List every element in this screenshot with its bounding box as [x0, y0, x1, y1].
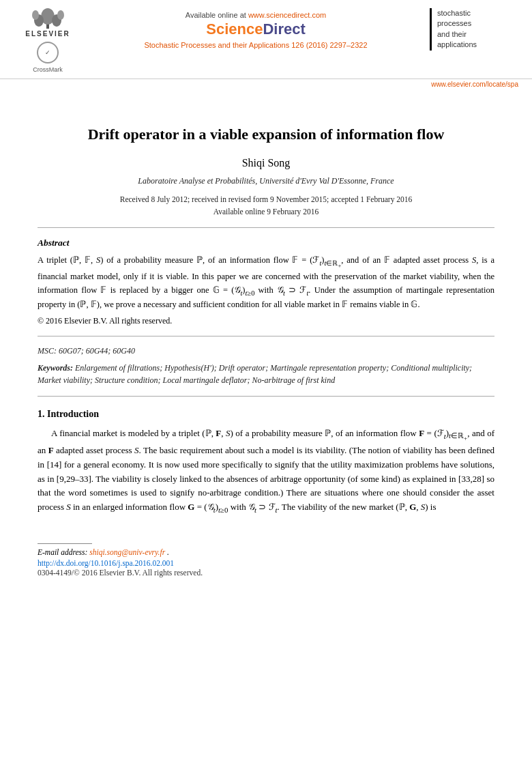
crossmark-text: CrossMark: [33, 66, 63, 73]
footer: E-mail address: shiqi.song@univ-evry.fr …: [0, 548, 532, 590]
keywords-list: Enlargement of filtrations; Hypothesis(H…: [38, 363, 472, 385]
keywords-line: Keywords: Enlargement of filtrations; Hy…: [38, 362, 494, 386]
website-url[interactable]: www.elsevier.com/locate/spa: [0, 79, 532, 92]
footer-divider: [38, 543, 92, 544]
msc-codes: 60G07; 60G44; 60G40: [59, 346, 135, 356]
author-name: Shiqi Song: [38, 157, 494, 169]
sciencedirect-url[interactable]: www.sciencedirect.com: [248, 11, 326, 19]
journal-short-line1: stochastic: [437, 8, 518, 18]
available-online-text: Available online at www.sciencedirect.co…: [82, 11, 430, 19]
journal-short-title: stochastic processes and their applicati…: [430, 8, 518, 51]
elsevier-label: ELSEVIER: [25, 30, 70, 38]
journal-citation[interactable]: Stochastic Processes and their Applicati…: [82, 41, 430, 49]
abstract-heading: Abstract: [38, 238, 494, 248]
crossmark-label: ✓: [45, 49, 50, 56]
abstract-text: A triplet (ℙ, 𝔽, S) of a probability mea…: [38, 254, 494, 311]
doi-line[interactable]: http://dx.doi.org/10.1016/j.spa.2016.02.…: [38, 559, 494, 567]
msc-label: MSC:: [38, 346, 57, 356]
intro-heading: 1. Introduction: [38, 409, 494, 420]
affiliation: Laboratoire Analyse et Probabilités, Uni…: [38, 176, 494, 186]
abstract-divider: [38, 227, 494, 228]
email-link[interactable]: shiqi.song@univ-evry.fr: [89, 548, 165, 556]
email-label: E-mail address:: [38, 548, 87, 556]
issn-line: 0304-4149/© 2016 Elsevier B.V. All right…: [38, 569, 494, 577]
svg-point-4: [32, 10, 39, 20]
received-dates: Received 8 July 2012; received in revise…: [38, 193, 494, 218]
journal-short-line4: applications: [437, 40, 518, 50]
sciencedirect-brand: ScienceDirect: [82, 20, 430, 38]
doi-link[interactable]: http://dx.doi.org/10.1016/j.spa.2016.02.…: [38, 559, 174, 567]
publisher-logos: ELSEVIER ✓ CrossMark: [14, 8, 82, 73]
elsevier-tree-icon: [29, 8, 67, 30]
keywords-divider: [38, 336, 494, 336]
main-content: Drift operator in a viable expansion of …: [0, 92, 532, 534]
intro-paragraph-1: A financial market is modeled by a tripl…: [38, 427, 494, 516]
page: ELSEVIER ✓ CrossMark Available online at…: [0, 0, 532, 774]
journal-short-line2: processes: [437, 18, 518, 29]
journal-info: Available online at www.sciencedirect.co…: [82, 8, 430, 49]
journal-short-line3: and their: [437, 29, 518, 40]
intro-divider: [38, 396, 494, 397]
article-title: Drift operator in a viable expansion of …: [38, 125, 494, 145]
received-line: Received 8 July 2012; received in revise…: [38, 193, 494, 205]
elsevier-logo: ELSEVIER: [24, 8, 72, 39]
keywords-label: Keywords:: [38, 363, 73, 373]
email-line: E-mail address: shiqi.song@univ-evry.fr …: [38, 548, 494, 556]
crossmark-logo: ✓: [37, 42, 59, 63]
copyright: © 2016 Elsevier B.V. All rights reserved…: [38, 316, 494, 326]
msc-line: MSC: 60G07; 60G44; 60G40: [38, 346, 494, 356]
available-online-line: Available online 9 February 2016: [38, 205, 494, 218]
svg-point-5: [57, 10, 64, 20]
header: ELSEVIER ✓ CrossMark Available online at…: [0, 0, 532, 79]
